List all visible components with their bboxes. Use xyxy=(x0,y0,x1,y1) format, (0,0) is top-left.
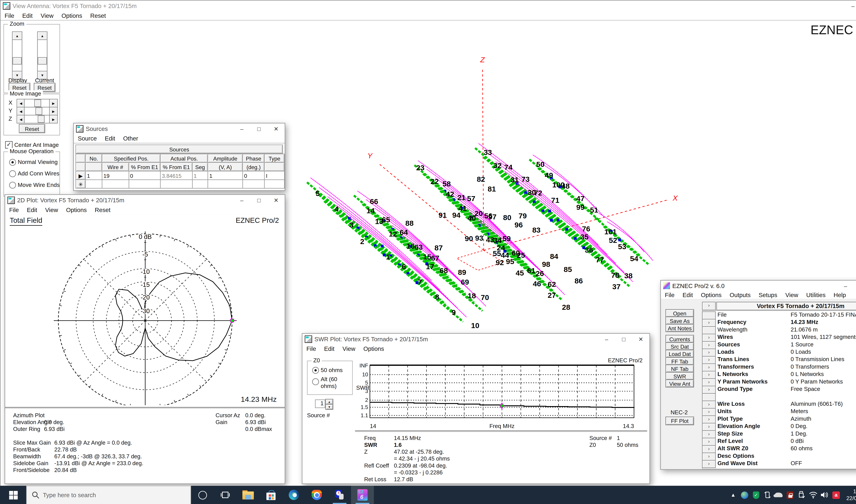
scroll-up-icon[interactable]: ▲ xyxy=(37,32,48,40)
scroll-thumb[interactable] xyxy=(38,57,47,64)
row-chevron-button[interactable]: › xyxy=(702,341,716,349)
menu-file[interactable]: File xyxy=(661,291,678,298)
swr-button[interactable]: SWR xyxy=(665,372,694,380)
menu-view[interactable]: View xyxy=(338,345,359,352)
ant-notes-button[interactable]: Ant Notes xyxy=(665,324,694,332)
tray-volume-icon[interactable] xyxy=(819,486,830,504)
current-zoom-scrollbar[interactable]: ▲ ▼ xyxy=(37,32,48,79)
menu-edit[interactable]: Edit xyxy=(320,345,338,352)
move-wire-ends-radio[interactable] xyxy=(9,182,16,188)
eznec-taskbar-button[interactable]: EZ 6 xyxy=(351,486,374,504)
antenna-wire[interactable] xyxy=(379,221,465,294)
row-chevron-button[interactable]: › xyxy=(702,445,716,453)
menu-help[interactable]: Help xyxy=(830,291,850,298)
move-x-thumb[interactable] xyxy=(34,100,41,107)
empty-cell[interactable] xyxy=(129,180,160,188)
close-icon[interactable]: ✕ xyxy=(632,334,649,344)
antenna-wire[interactable] xyxy=(475,148,595,250)
tray-security-shield-icon[interactable]: ✓ xyxy=(750,486,762,504)
menu-options[interactable]: Options xyxy=(57,12,86,19)
menu-reset[interactable]: Reset xyxy=(91,206,114,213)
source-amplitude-cell[interactable]: 1 xyxy=(208,171,243,180)
empty-cell[interactable] xyxy=(243,180,264,188)
swr-chart[interactable]: INF105321.51.1SWR14Freq MHz14.3 xyxy=(355,356,644,432)
antenna-wire[interactable] xyxy=(333,210,454,313)
row-chevron-button[interactable]: › xyxy=(702,371,716,379)
antenna-wire[interactable] xyxy=(362,204,448,276)
menu-file[interactable]: File xyxy=(302,345,320,352)
microsoft-store-button[interactable] xyxy=(260,486,283,504)
move-x-right-icon[interactable]: ▶ xyxy=(49,99,58,107)
move-z-thumb[interactable] xyxy=(38,115,44,123)
row-chevron-button[interactable]: › xyxy=(702,334,716,342)
antenna-wire[interactable] xyxy=(432,182,519,256)
row-chevron-button[interactable]: › xyxy=(702,423,716,431)
scroll-up-icon[interactable]: ▲ xyxy=(12,32,22,40)
antenna-wire[interactable] xyxy=(457,208,544,282)
menu-setups[interactable]: Setups xyxy=(755,291,781,298)
scroll-thumb[interactable] xyxy=(13,57,22,64)
row-chevron-button[interactable]: › xyxy=(702,363,716,372)
tray-network-globe-icon[interactable] xyxy=(739,486,750,504)
menu-source[interactable]: Source xyxy=(74,135,101,142)
close-icon[interactable]: ✕ xyxy=(268,195,285,205)
antenna-wire[interactable] xyxy=(307,182,428,285)
maximize-icon[interactable]: □ xyxy=(250,123,268,134)
spinner-up-icon[interactable]: ▲ xyxy=(325,399,333,404)
source-type-cell[interactable]: I xyxy=(265,171,284,180)
empty-cell[interactable] xyxy=(265,180,284,188)
tray-your-phone-icon[interactable] xyxy=(762,486,773,504)
row-chevron-button[interactable]: › xyxy=(702,386,716,394)
menu-file[interactable]: File xyxy=(5,206,23,213)
source-number-field[interactable]: 1 xyxy=(315,399,325,408)
minimize-icon[interactable]: – xyxy=(844,1,856,11)
add-conn-wires-radio[interactable] xyxy=(9,170,16,177)
move-reset-button[interactable]: Reset xyxy=(19,124,45,133)
task-view-button[interactable] xyxy=(214,486,237,504)
antenna-wire[interactable] xyxy=(475,225,561,300)
clock[interactable]: 18:27 22/01/2022 xyxy=(846,488,856,502)
antenna-wire[interactable] xyxy=(449,199,536,274)
antenna-wire[interactable] xyxy=(414,165,501,239)
save-as-button[interactable]: Save As xyxy=(665,317,694,325)
row-chevron-button[interactable]: › xyxy=(702,408,716,416)
swr-cursor-marker[interactable] xyxy=(500,403,504,409)
chrome-button[interactable] xyxy=(305,486,328,504)
currents-button[interactable]: Currents xyxy=(665,335,694,343)
antenna-wire[interactable] xyxy=(604,226,649,265)
menu-reset[interactable]: Reset xyxy=(86,12,110,19)
polar-pattern-chart[interactable]: 0 dB-5-10-15-20-30 xyxy=(5,224,284,405)
antenna-wire[interactable] xyxy=(529,160,592,213)
antenna-wire[interactable] xyxy=(440,191,527,265)
antenna-wire[interactable] xyxy=(324,201,445,304)
move-y-thumb[interactable] xyxy=(35,107,42,115)
minimize-icon[interactable]: – xyxy=(837,281,854,291)
antenna-wire[interactable] xyxy=(595,218,641,256)
row-chevron-button[interactable]: › xyxy=(702,430,716,438)
edge-button[interactable] xyxy=(283,486,305,504)
z0-50ohms-radio[interactable] xyxy=(312,367,319,374)
maximize-icon[interactable]: □ xyxy=(854,281,856,291)
minimize-icon[interactable]: – xyxy=(233,123,250,134)
antenna-wire[interactable] xyxy=(316,192,437,295)
antenna-wire[interactable] xyxy=(501,176,621,277)
row-chevron-button[interactable]: › xyxy=(702,453,716,461)
ff-tab-button[interactable]: FF Tab xyxy=(665,357,694,365)
empty-cell[interactable] xyxy=(160,180,192,188)
empty-cell[interactable] xyxy=(86,180,102,188)
ff-plot-button[interactable]: FF Plot xyxy=(665,417,694,425)
view-ant-button[interactable]: View Ant xyxy=(665,379,694,388)
menu-utilities[interactable]: Utilities xyxy=(802,291,830,298)
move-z-right-icon[interactable]: ▶ xyxy=(49,115,58,123)
polar-cursor-marker[interactable] xyxy=(230,319,234,323)
source-pct-cell[interactable]: 0 xyxy=(129,171,160,180)
antenna-wire[interactable] xyxy=(538,168,601,222)
tray-onedrive-icon[interactable] xyxy=(773,486,785,504)
antenna-wire[interactable] xyxy=(342,219,463,322)
menu-outputs[interactable]: Outputs xyxy=(726,291,755,298)
menu-options[interactable]: Options xyxy=(359,345,388,352)
close-icon[interactable]: ✕ xyxy=(268,123,285,134)
minimize-icon[interactable]: – xyxy=(233,195,250,205)
empty-cell[interactable] xyxy=(208,180,243,188)
maximize-icon[interactable]: □ xyxy=(615,334,632,344)
